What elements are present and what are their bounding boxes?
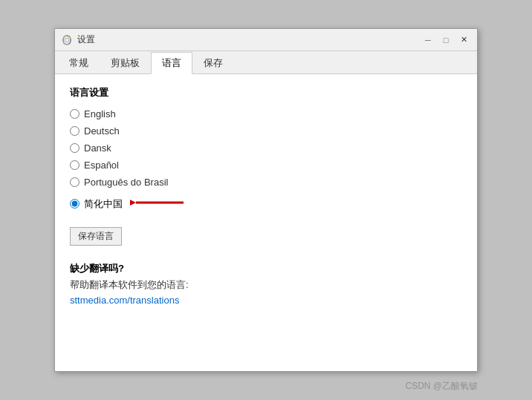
titlebar-controls: ─ □ ✕ <box>421 33 471 47</box>
tab-general[interactable]: 常规 <box>58 52 100 74</box>
window-title: 设置 <box>77 33 95 46</box>
radio-espanol[interactable] <box>70 160 80 170</box>
language-option-english[interactable]: English <box>70 108 462 119</box>
language-option-dansk[interactable]: Dansk <box>70 142 462 154</box>
radio-deutsch[interactable] <box>70 126 80 136</box>
save-language-button[interactable]: 保存语言 <box>70 227 122 246</box>
radio-english[interactable] <box>70 109 80 119</box>
svg-point-1 <box>65 38 69 42</box>
missing-title: 缺少翻译吗? <box>70 262 462 275</box>
language-option-deutsch[interactable]: Deutsch <box>70 125 462 137</box>
missing-subtitle: 帮助翻译本软件到您的语言: <box>70 278 462 292</box>
language-section-title: 语言设置 <box>70 86 462 99</box>
label-chinese: 简化中国 <box>84 197 123 211</box>
close-button[interactable]: ✕ <box>456 33 471 47</box>
titlebar: 设置 ─ □ ✕ <box>55 29 477 51</box>
radio-chinese[interactable] <box>70 199 80 209</box>
arrow-annotation <box>130 194 186 214</box>
language-option-espanol[interactable]: Español <box>70 160 462 171</box>
radio-dansk[interactable] <box>70 143 80 153</box>
app-icon <box>61 34 73 46</box>
language-option-chinese[interactable]: 简化中国 <box>70 197 123 211</box>
tab-bar: 常规 剪贴板 语言 保存 <box>55 51 477 74</box>
missing-translation-section: 缺少翻译吗? 帮助翻译本软件到您的语言: sttmedia.com/transl… <box>70 262 462 306</box>
watermark: CSDN @乙酸氧铍 <box>405 380 478 393</box>
language-radio-group: English Deutsch Dansk Español <box>70 108 462 214</box>
label-english: English <box>84 108 116 119</box>
translation-link[interactable]: sttmedia.com/translations <box>70 295 179 306</box>
maximize-button[interactable]: □ <box>438 33 453 47</box>
radio-portugues[interactable] <box>70 177 80 187</box>
tab-language[interactable]: 语言 <box>151 52 192 74</box>
settings-window: 设置 ─ □ ✕ 常规 剪贴板 语言 保存 语言设置 Engli <box>54 28 478 372</box>
tab-clipboard[interactable]: 剪贴板 <box>100 52 151 74</box>
label-dansk: Dansk <box>84 142 111 154</box>
minimize-button[interactable]: ─ <box>421 33 435 47</box>
label-portugues: Português do Brasil <box>84 177 168 188</box>
content-area: 语言设置 English Deutsch Dansk <box>55 74 477 371</box>
red-arrow-icon <box>130 194 186 212</box>
tab-save[interactable]: 保存 <box>192 52 234 74</box>
language-option-chinese-row: 简化中国 <box>70 194 462 214</box>
label-espanol: Español <box>84 160 119 171</box>
language-option-portugues[interactable]: Português do Brasil <box>70 177 462 188</box>
label-deutsch: Deutsch <box>84 125 120 137</box>
titlebar-left: 设置 <box>61 33 95 46</box>
